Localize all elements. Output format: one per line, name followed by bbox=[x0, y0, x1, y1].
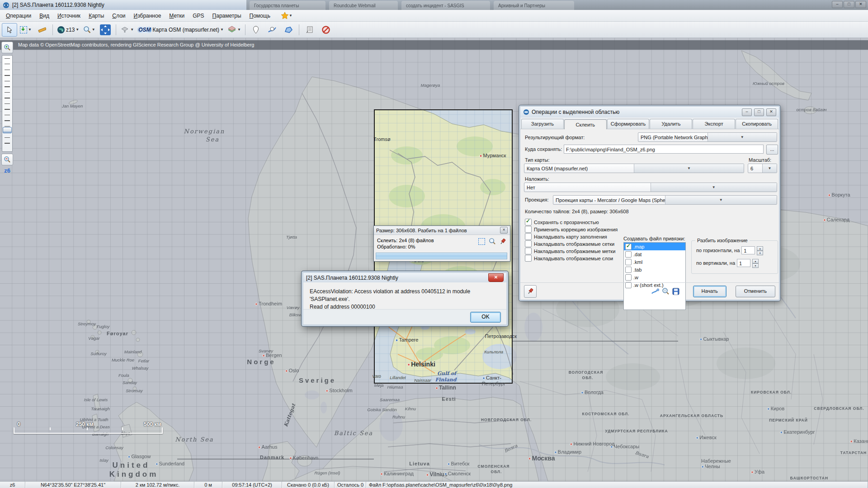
layers-button[interactable]: ▼ bbox=[226, 23, 242, 37]
add-polygon-button[interactable] bbox=[281, 23, 296, 37]
add-placemark-button[interactable] bbox=[248, 23, 264, 37]
favorites-star-button[interactable]: ▼ bbox=[279, 11, 294, 20]
overlay-combobox[interactable]: Нет▼ bbox=[524, 183, 777, 192]
toolbar-separator bbox=[245, 24, 245, 35]
checkbox[interactable] bbox=[625, 251, 632, 258]
pan-cursor-button[interactable] bbox=[2, 23, 17, 37]
hide-marks-button[interactable] bbox=[318, 23, 334, 37]
menu-помощь[interactable]: Помощь bbox=[245, 11, 274, 20]
option-checkbox-row[interactable]: Накладывать отображаемые метки bbox=[525, 248, 615, 254]
selection-tool-button[interactable]: ▼ bbox=[18, 23, 33, 37]
search-icon bbox=[83, 26, 91, 33]
projection-combobox[interactable]: Проекция карты - Mercator / Google Maps … bbox=[553, 195, 777, 205]
checkbox[interactable] bbox=[525, 219, 532, 225]
link-file-item[interactable]: .dat bbox=[624, 250, 685, 258]
progress-title-bar[interactable]: Размер: 306x608. Разбить на 1 файлов ✕ bbox=[374, 226, 510, 235]
background-tab[interactable]: создать инцидент - SASGIS bbox=[401, 1, 490, 10]
spinner-arrows[interactable]: ▲▼ bbox=[752, 259, 759, 267]
menu-избранное[interactable]: Избранное bbox=[130, 11, 165, 20]
spinner-arrows[interactable]: ▲▼ bbox=[757, 246, 763, 254]
error-title-bar[interactable]: [2] SAS.Планета 160112.9308 Nightly ✕ bbox=[303, 273, 506, 282]
close-icon[interactable]: ✕ bbox=[488, 273, 504, 282]
menu-слои[interactable]: Слои bbox=[108, 11, 129, 20]
start-button[interactable]: Начать bbox=[693, 286, 726, 297]
ok-button[interactable]: OK bbox=[470, 312, 501, 323]
tab-загрузить[interactable]: Загрузить bbox=[521, 119, 564, 129]
link-file-item[interactable]: .map bbox=[624, 243, 685, 250]
browse-button[interactable]: ... bbox=[766, 145, 778, 155]
format-combobox[interactable]: PNG (Portable Network Graphics)▼ bbox=[638, 132, 777, 142]
link-file-item[interactable]: .tab bbox=[624, 266, 685, 273]
tab-экспорт[interactable]: Экспорт bbox=[693, 119, 735, 129]
goto-zoom-button[interactable]: z13 ▼ bbox=[56, 23, 80, 37]
zoom-slider-handle[interactable] bbox=[3, 127, 12, 133]
background-tab[interactable]: Roundcube Webmail bbox=[329, 1, 398, 10]
menu-источник[interactable]: Источник bbox=[53, 11, 85, 20]
checkbox[interactable] bbox=[625, 259, 632, 265]
spin-label: по горизонтали, на bbox=[696, 248, 740, 253]
menu-операции[interactable]: Операции bbox=[2, 11, 35, 20]
tab-сформировать[interactable]: Сформировать bbox=[607, 119, 650, 129]
pin-window-button[interactable] bbox=[524, 285, 537, 298]
zoom-out-button[interactable] bbox=[1, 154, 13, 165]
checkbox[interactable] bbox=[525, 226, 532, 233]
window-control-button[interactable]: ✕ bbox=[855, 1, 866, 8]
minimize-button[interactable]: – bbox=[742, 108, 752, 116]
preview-zoom-icon[interactable] bbox=[662, 287, 670, 295]
background-tab[interactable]: Архивный и Партнеры bbox=[494, 1, 574, 10]
placemark-manager-button[interactable] bbox=[302, 23, 317, 37]
spin-value[interactable]: 1 bbox=[737, 259, 750, 267]
menu-метки[interactable]: Метки bbox=[165, 11, 189, 20]
option-checkbox-row[interactable]: Накладывать отображаемые слои bbox=[525, 255, 613, 262]
scale-label-500: 500 км bbox=[144, 421, 161, 427]
selection-rect-icon[interactable] bbox=[478, 238, 485, 245]
menu-gps[interactable]: GPS bbox=[189, 11, 208, 20]
close-button[interactable]: ✕ bbox=[766, 108, 776, 116]
maximize-button[interactable]: □ bbox=[754, 108, 764, 116]
search-button[interactable]: ▼ bbox=[81, 23, 97, 37]
spin-value[interactable]: 1 bbox=[741, 246, 755, 254]
option-checkbox-row[interactable]: Сохранять с прозрачностью bbox=[525, 219, 599, 225]
save-path-input[interactable]: F:\public\map\png\Finland_OSM_z6.png bbox=[564, 145, 764, 154]
pushpin-icon[interactable] bbox=[500, 238, 506, 245]
option-checkbox-row[interactable]: Накладывать карту заполнения bbox=[525, 233, 607, 240]
checkbox[interactable] bbox=[625, 267, 632, 273]
ruler-button[interactable] bbox=[34, 23, 50, 37]
menu-параметры[interactable]: Параметры bbox=[208, 11, 245, 20]
link-file-list[interactable]: .map.dat.kml.tab.w.w (short ext.) bbox=[623, 242, 686, 310]
save-settings-icon[interactable] bbox=[672, 288, 679, 295]
checkbox[interactable] bbox=[625, 244, 632, 250]
option-checkbox-row[interactable]: Применить коррекцию изображения bbox=[525, 226, 618, 233]
zoom-icon[interactable] bbox=[489, 238, 496, 245]
add-path-button[interactable] bbox=[264, 23, 280, 37]
dialog-title-bar[interactable]: Операции с выделенной областью – □ ✕ bbox=[520, 107, 779, 117]
checkbox[interactable] bbox=[525, 240, 532, 247]
link-file-item[interactable]: .w bbox=[624, 273, 685, 281]
link-file-item[interactable]: .kml bbox=[624, 258, 685, 266]
menu-вид[interactable]: Вид bbox=[35, 11, 53, 20]
checkbox[interactable] bbox=[525, 248, 532, 254]
fullscreen-button[interactable] bbox=[98, 23, 113, 37]
tab-удалить[interactable]: Удалить bbox=[650, 119, 692, 129]
checkbox[interactable] bbox=[525, 255, 532, 262]
checkbox[interactable] bbox=[625, 274, 632, 281]
cancel-button[interactable]: Отменить bbox=[736, 286, 775, 297]
zoom-to-selection-icon[interactable] bbox=[651, 288, 659, 295]
window-control-button[interactable]: – bbox=[832, 1, 843, 8]
window-control-button[interactable]: □ bbox=[844, 1, 854, 8]
menu-карты[interactable]: Карты bbox=[85, 11, 108, 20]
app-title-bar[interactable]: [2] SAS.Планета 160112.9308 Nightly bbox=[0, 0, 246, 10]
zoom-in-button[interactable] bbox=[1, 42, 13, 53]
close-icon[interactable]: ✕ bbox=[500, 227, 508, 234]
checkbox[interactable] bbox=[525, 233, 532, 240]
map-type-combobox[interactable]: Карта OSM (mapsurfer.net)▼ bbox=[524, 164, 744, 173]
zoom-slider[interactable] bbox=[2, 55, 13, 152]
tab-скопировать[interactable]: Скопировать bbox=[736, 119, 778, 129]
map-type-selector[interactable]: OSM Карта OSM (mapsurfer.net) ▼ bbox=[136, 23, 225, 37]
tab-склеить[interactable]: Склеить bbox=[564, 119, 607, 129]
globe-icon bbox=[57, 26, 65, 34]
scale-combobox[interactable]: 6▼ bbox=[748, 164, 777, 173]
fill-map-button[interactable]: ▼ bbox=[119, 23, 135, 37]
background-tab[interactable]: Государства планеты bbox=[250, 1, 326, 10]
option-checkbox-row[interactable]: Накладывать отображаемые сетки bbox=[525, 240, 614, 247]
